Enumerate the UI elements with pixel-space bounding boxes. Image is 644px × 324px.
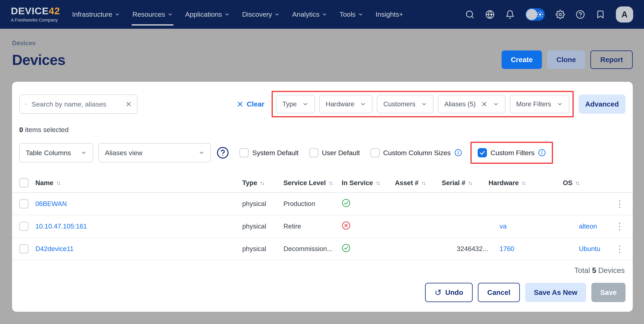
filter-chip-label: Hardware [326,100,354,108]
cell-hardware[interactable]: 1760 [488,245,563,253]
save-as-new-button[interactable]: Save As New [525,283,586,302]
sort-icon[interactable]: ↑↓ [575,180,579,186]
column-header-in-service[interactable]: In Service↑↓ [342,179,395,187]
column-header-name[interactable]: Name↑↓ [35,179,242,187]
filters-annotation-box: TypeHardwareCustomersAliases (5)More Fil… [272,91,574,117]
checkbox-group-user-default[interactable]: User Default [309,148,360,157]
table-row: 10.10.47.105:161physicalRetirevaalteon⋮ [12,215,633,238]
cell-os[interactable]: alteon [563,222,615,230]
column-label: Hardware [488,179,519,187]
nav-item-infrastructure[interactable]: Infrastructure [72,0,120,29]
filter-chip-type[interactable]: Type [276,95,315,113]
column-header-service-level[interactable]: Service Level↑↓ [284,179,342,187]
cancel-label: Cancel [487,288,510,296]
search-input[interactable] [31,100,121,108]
nav-item-discovery[interactable]: Discovery [242,0,280,29]
settings-gear-icon[interactable] [556,10,565,19]
column-header-serial-[interactable]: Serial #↑↓ [442,179,488,187]
save-button[interactable]: Save [591,283,626,302]
main-menu: InfrastructureResourcesApplicationsDisco… [72,0,416,29]
sort-icon[interactable]: ↑↓ [56,180,60,186]
checkbox-group-system-default[interactable]: System Default [240,148,299,157]
nav-item-resources[interactable]: Resources [132,0,173,29]
nav-item-analytics[interactable]: Analytics [292,0,327,29]
sort-icon[interactable]: ↑↓ [522,180,525,186]
checkbox[interactable] [370,148,380,157]
bookmark-icon[interactable] [596,10,605,19]
filter-chip-hardware[interactable]: Hardware [319,95,372,113]
user-avatar[interactable]: A [616,7,633,23]
checkbox-group-custom-filters[interactable]: Custom Filters [478,148,546,157]
custom-filters-annotation-box: Custom Filters [470,142,553,164]
chevron-down-icon [274,12,280,17]
filter-chip-aliases-5-[interactable]: Aliases (5) [438,95,506,113]
advanced-button[interactable]: Advanced [578,95,626,114]
device42-logo[interactable]: DEVICE42 A Freshworks Company [11,6,60,23]
info-icon[interactable] [454,149,462,157]
clone-button[interactable]: Clone [547,51,585,69]
filter-chip-customers[interactable]: Customers [377,95,434,113]
column-header-hardware[interactable]: Hardware↑↓ [488,179,563,187]
row-kebab-menu-icon[interactable]: ⋮ [615,244,626,253]
sort-icon[interactable]: ↑↓ [376,180,380,186]
breadcrumb[interactable]: Devices [12,40,65,47]
devices-table: Name↑↓Type↑↓Service Level↑↓In Service↑↓A… [12,173,633,260]
cancel-button[interactable]: Cancel [478,283,520,302]
chevron-down-icon [224,12,230,17]
theme-toggle[interactable] [526,8,545,21]
row-kebab-menu-icon[interactable]: ⋮ [615,222,626,231]
clear-filters-button[interactable]: Clear [237,100,264,108]
view-select-dropdown[interactable]: Aliases view [98,143,211,162]
cell-service-level: Retire [284,222,342,230]
create-button[interactable]: Create [502,51,542,69]
view-select-value: Aliases view [105,149,142,157]
remove-x-icon[interactable] [481,101,487,107]
undo-icon: ↺ [434,288,442,297]
row-checkbox[interactable] [19,199,28,208]
search-box[interactable] [19,95,138,114]
column-header-asset-[interactable]: Asset #↑↓ [395,179,442,187]
checkbox[interactable] [240,148,249,157]
column-header-type[interactable]: Type↑↓ [242,179,284,187]
sort-icon[interactable]: ↑↓ [468,180,472,186]
sort-icon[interactable]: ↑↓ [260,180,264,186]
cell-hardware[interactable]: va [488,222,563,230]
sort-icon[interactable]: ↑↓ [329,180,332,186]
chevron-down-icon [360,101,366,107]
row-kebab-menu-icon[interactable]: ⋮ [615,199,626,208]
nav-item-tools[interactable]: Tools [340,0,363,29]
views-help-icon[interactable] [216,147,229,159]
total-count-line: Total 5 Devices [12,266,633,275]
sort-icon[interactable]: ↑↓ [421,180,425,186]
help-icon[interactable] [576,10,585,19]
chevron-down-icon [302,101,308,107]
undo-button[interactable]: ↺ Undo [425,283,473,302]
nav-item-applications[interactable]: Applications [185,0,230,29]
checkbox-group-custom-column-sizes[interactable]: Custom Column Sizes [370,148,462,157]
undo-label: Undo [445,288,463,296]
cell-os[interactable]: Ubuntu [563,245,615,253]
notifications-bell-icon[interactable] [506,10,515,19]
column-header-os[interactable]: OS↑↓ [563,179,615,187]
nav-item-insights-[interactable]: Insights+ [376,0,403,29]
filter-chip-more-filters[interactable]: More Filters [510,95,569,113]
checkbox[interactable] [478,148,487,157]
info-icon[interactable] [538,149,546,157]
row-checkbox[interactable] [19,244,28,253]
select-all-checkbox[interactable] [19,178,28,188]
cell-in-service [342,221,395,231]
checkbox[interactable] [309,148,318,157]
cell-type: physical [242,245,284,253]
globe-icon[interactable] [485,10,494,19]
search-icon[interactable] [465,10,474,19]
device-name-link[interactable]: 10.10.47.105:161 [35,222,242,230]
table-columns-dropdown[interactable]: Table Columns [19,143,93,162]
checkbox-label: System Default [252,149,299,157]
page-title: Devices [12,52,65,68]
row-checkbox[interactable] [19,222,28,231]
report-button[interactable]: Report [590,51,633,69]
column-label: Asset # [395,179,418,187]
search-clear-x-icon[interactable] [125,101,132,107]
device-name-link[interactable]: D42device11 [35,245,242,253]
device-name-link[interactable]: 06BEWAN [35,200,242,208]
